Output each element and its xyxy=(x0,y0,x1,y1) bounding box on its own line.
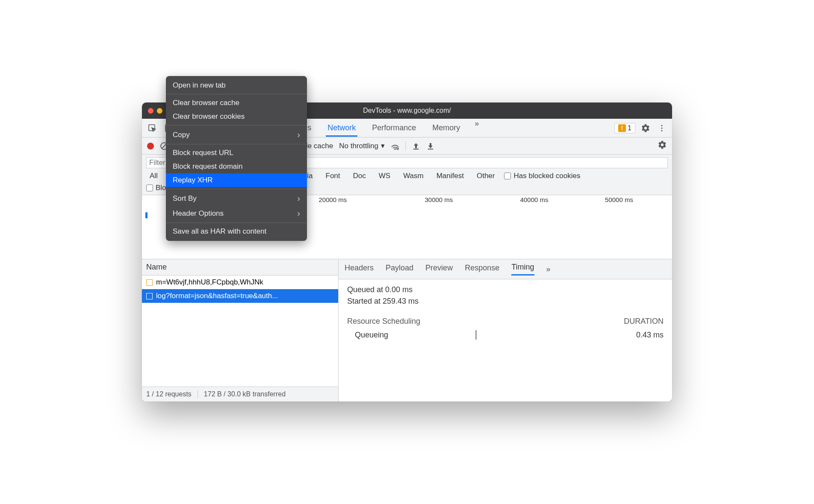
ctx-clear-cookies[interactable]: Clear browser cookies xyxy=(166,110,307,123)
warnings-badge[interactable]: ! 1 xyxy=(614,123,635,133)
queueing-label: Queueing xyxy=(347,331,475,340)
has-blocked-cookies-checkbox[interactable]: Has blocked cookies xyxy=(504,172,580,180)
svg-point-11 xyxy=(397,148,398,149)
svg-point-3 xyxy=(661,125,662,126)
svg-point-5 xyxy=(661,130,662,131)
more-detail-tabs-icon[interactable]: » xyxy=(546,265,551,274)
filter-chip-other[interactable]: Other xyxy=(473,171,498,181)
warning-count: 1 xyxy=(628,124,631,132)
filter-chip-wasm[interactable]: Wasm xyxy=(400,171,427,181)
requests-list: Name m=Wt6vjf,hhhU8,FCpbqb,WhJNk log?for… xyxy=(142,259,339,401)
svg-point-4 xyxy=(661,127,662,129)
record-button[interactable] xyxy=(147,143,154,149)
warning-icon: ! xyxy=(618,124,626,132)
timeline-tick: 50000 ms xyxy=(605,196,633,203)
ctx-clear-cache[interactable]: Clear browser cache xyxy=(166,103,307,110)
timeline-tick: 20000 ms xyxy=(319,196,347,203)
detail-tab-payload[interactable]: Payload xyxy=(386,264,413,275)
svg-rect-13 xyxy=(428,149,433,149)
tab-performance[interactable]: Performance xyxy=(370,119,418,137)
request-name: log?format=json&hasfast=true&auth... xyxy=(156,292,278,300)
svg-point-10 xyxy=(395,149,395,149)
download-har-icon[interactable] xyxy=(426,142,435,150)
chevron-down-icon: ▾ xyxy=(381,141,385,150)
tab-network[interactable]: Network xyxy=(326,119,357,137)
network-conditions-icon[interactable] xyxy=(391,142,399,150)
script-file-icon xyxy=(146,279,153,286)
detail-tab-preview[interactable]: Preview xyxy=(425,264,453,275)
detail-tab-headers[interactable]: Headers xyxy=(345,264,374,275)
detail-tab-timing[interactable]: Timing xyxy=(511,263,534,275)
request-name: m=Wt6vjf,hhhU8,FCpbqb,WhJNk xyxy=(156,278,263,287)
ctx-replay-xhr[interactable]: Replay XHR xyxy=(166,173,307,187)
request-details: Headers Payload Preview Response Timing … xyxy=(339,259,672,401)
context-menu: Open in new tab Clear browser cache Clea… xyxy=(166,103,307,241)
request-row-selected[interactable]: log?format=json&hasfast=true&auth... xyxy=(142,289,338,303)
timeline-tick: 40000 ms xyxy=(520,196,549,203)
network-settings-gear-icon[interactable] xyxy=(658,140,667,152)
filter-chip-doc[interactable]: Doc xyxy=(350,171,369,181)
timeline-request-marker xyxy=(145,212,147,218)
queueing-value: 0.43 ms xyxy=(636,331,664,340)
more-tabs-icon[interactable]: » xyxy=(475,119,479,137)
ctx-sort-by[interactable]: Sort By xyxy=(166,191,307,206)
filter-chip-all[interactable]: All xyxy=(146,171,161,181)
svg-rect-12 xyxy=(413,149,419,149)
throttling-select[interactable]: No throttling ▾ xyxy=(339,141,385,150)
ctx-save-har[interactable]: Save all as HAR with content xyxy=(166,225,307,238)
filter-chip-ws[interactable]: WS xyxy=(375,171,394,181)
request-row[interactable]: m=Wt6vjf,hhhU8,FCpbqb,WhJNk xyxy=(142,275,338,289)
timing-queueing-row: Queueing 0.43 ms xyxy=(347,330,664,340)
timing-queued: Queued at 0.00 ms xyxy=(347,285,664,294)
filter-chip-font[interactable]: Font xyxy=(322,171,344,181)
settings-gear-icon[interactable] xyxy=(640,122,652,134)
requests-header: Name xyxy=(142,259,338,275)
network-split: Name m=Wt6vjf,hhhU8,FCpbqb,WhJNk log?for… xyxy=(142,259,672,401)
timeline-tick: 30000 ms xyxy=(425,196,453,203)
ctx-copy[interactable]: Copy xyxy=(166,127,307,142)
resource-scheduling-header: Resource Scheduling xyxy=(347,317,420,326)
xhr-file-icon xyxy=(146,293,153,299)
detail-tabs: Headers Payload Preview Response Timing … xyxy=(339,259,672,279)
timing-started: Started at 259.43 ms xyxy=(347,297,664,306)
duration-header: DURATION xyxy=(624,317,664,326)
status-bar: 1 / 12 requests 172 B / 30.0 kB transfer… xyxy=(142,387,338,401)
kebab-menu-icon[interactable] xyxy=(656,122,668,134)
status-request-count: 1 / 12 requests xyxy=(146,390,192,398)
upload-har-icon[interactable] xyxy=(412,142,420,150)
devtools-window: DevTools - www.google.com/ Elements Cons… xyxy=(142,103,672,401)
ctx-block-url[interactable]: Block request URL xyxy=(166,146,307,160)
ctx-header-options[interactable]: Header Options xyxy=(166,206,307,221)
detail-tab-response[interactable]: Response xyxy=(465,264,499,275)
filter-chip-manifest[interactable]: Manifest xyxy=(433,171,467,181)
queueing-bar xyxy=(475,330,477,340)
inspect-element-icon[interactable] xyxy=(146,122,158,134)
tab-memory[interactable]: Memory xyxy=(431,119,462,137)
ctx-block-domain[interactable]: Block request domain xyxy=(166,160,307,173)
status-transfer: 172 B / 30.0 kB transferred xyxy=(204,390,286,398)
